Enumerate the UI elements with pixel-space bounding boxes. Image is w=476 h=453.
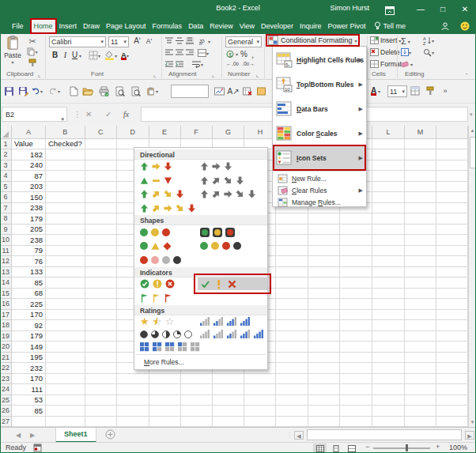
cell-L3[interactable] — [372, 160, 405, 171]
cell-L2[interactable] — [372, 149, 405, 160]
cell-A23[interactable]: 170 — [12, 373, 46, 384]
sheet-nav-right-icon[interactable]: ▶ — [30, 432, 35, 439]
cell-J22[interactable] — [308, 363, 340, 374]
cell-N25[interactable] — [436, 394, 467, 406]
tab-power-pivot[interactable]: Power Pivot — [325, 18, 369, 34]
cell-C20[interactable] — [85, 342, 116, 353]
cell-C24[interactable] — [85, 384, 116, 395]
cell-N11[interactable] — [436, 245, 467, 256]
cell-E26[interactable] — [149, 406, 180, 417]
close-button[interactable]: ✕ — [454, 0, 476, 18]
zoom-slider-track[interactable] — [373, 447, 430, 449]
tab-file[interactable]: File — [5, 18, 31, 34]
number-dialog-launcher[interactable]: ⌞ — [256, 71, 259, 78]
font-color-icon[interactable]: A▾ — [121, 51, 129, 60]
collapse-ribbon-icon[interactable]: ˆ — [466, 72, 468, 79]
cell-B6[interactable] — [45, 192, 85, 203]
cell-J25[interactable] — [308, 394, 340, 406]
cell-L8[interactable] — [372, 213, 405, 225]
cell-L18[interactable] — [372, 320, 405, 331]
cell-J27[interactable] — [308, 416, 340, 427]
cell-L24[interactable] — [372, 384, 405, 395]
cell-N9[interactable] — [436, 224, 467, 235]
cell-M3[interactable] — [404, 160, 436, 171]
cell-L9[interactable] — [372, 224, 405, 235]
cell-I10[interactable] — [276, 235, 308, 246]
cell-K19[interactable] — [340, 330, 372, 342]
column-header-G[interactable]: G — [212, 126, 244, 138]
format-painter-icon[interactable] — [27, 59, 38, 67]
conditional-formatting-button[interactable]: Conditional Formatting ▾ — [268, 35, 357, 46]
cell-A12[interactable]: 76 — [12, 256, 46, 267]
align-left-icon[interactable] — [165, 49, 173, 56]
decrease-indent-icon[interactable] — [165, 61, 173, 68]
share-icon[interactable] — [436, 18, 454, 34]
cell-E27[interactable] — [149, 416, 180, 427]
cell-J23[interactable] — [308, 373, 340, 384]
cell-I26[interactable] — [276, 406, 308, 417]
cell-B7[interactable] — [45, 202, 85, 213]
cell-C9[interactable] — [85, 224, 116, 235]
cell-N4[interactable] — [436, 171, 467, 182]
cell-I16[interactable] — [276, 299, 308, 310]
cell-I23[interactable] — [276, 373, 308, 384]
cell-F23[interactable] — [180, 373, 212, 384]
cell-M13[interactable] — [404, 266, 436, 277]
cell-M2[interactable] — [404, 149, 436, 160]
cell-L23[interactable] — [372, 373, 405, 384]
row-header-21[interactable]: 21 — [0, 352, 12, 363]
menu-item-new-rule-[interactable]: New Rule... — [273, 172, 366, 184]
clipboard-dialog-launcher[interactable]: ⌞ — [38, 71, 41, 78]
icon-set-3-arrows-gray[interactable] — [198, 160, 267, 173]
cell-B1[interactable]: Checked? — [45, 138, 85, 149]
qat-grow-font-icon[interactable]: A↗ — [228, 85, 239, 96]
cell-L4[interactable] — [372, 171, 405, 182]
cell-H25[interactable] — [244, 394, 276, 406]
cell-B17[interactable] — [45, 309, 85, 320]
cell-C22[interactable] — [85, 363, 116, 374]
tab-review[interactable]: Review — [206, 18, 236, 34]
cell-N26[interactable] — [436, 406, 467, 417]
cell-B3[interactable] — [45, 160, 85, 171]
icon-set-3-traffic-lights-unrimmed[interactable] — [138, 226, 196, 239]
icon-set-5-arrows-gray[interactable] — [198, 188, 267, 201]
row-header-5[interactable]: 5 — [0, 181, 12, 192]
menu-item-data-bars[interactable]: Data Bars▶ — [273, 96, 366, 121]
row-header-4[interactable]: 4 — [0, 171, 12, 182]
cell-B21[interactable] — [45, 352, 85, 363]
tab-scrollbar-divider[interactable]: ⋮ — [286, 432, 293, 439]
cell-K17[interactable] — [340, 309, 372, 320]
qat-open-icon[interactable] — [82, 85, 93, 96]
cell-A1[interactable]: Value — [12, 138, 46, 149]
icon-set-5-boxes[interactable] — [138, 341, 199, 353]
middle-align-icon[interactable] — [176, 37, 183, 44]
zoom-out-icon[interactable]: − — [365, 443, 369, 451]
qat-empty-combo[interactable] — [171, 85, 209, 98]
cell-L11[interactable] — [372, 245, 405, 256]
cell-N6[interactable] — [436, 192, 467, 203]
shrink-font-icon[interactable]: Aʹ — [144, 37, 154, 45]
cell-B22[interactable] — [45, 363, 85, 374]
cell-N17[interactable] — [436, 309, 467, 320]
sheet-nav-left-icon[interactable]: ◀ — [16, 432, 21, 439]
cell-B23[interactable] — [45, 373, 85, 384]
cell-E23[interactable] — [149, 373, 180, 384]
clear-icon[interactable]: ▾ — [401, 60, 413, 68]
cell-M25[interactable] — [404, 394, 436, 406]
cell-I27[interactable] — [276, 416, 308, 427]
icon-set-3-signs[interactable] — [138, 240, 196, 252]
qat-undo-icon[interactable]: ▾ — [32, 85, 43, 96]
comma-style-icon[interactable]: , — [251, 50, 254, 59]
icon-set-3-triangles[interactable] — [138, 174, 196, 187]
cell-A6[interactable]: 150 — [12, 192, 46, 203]
cell-K15[interactable] — [340, 288, 372, 299]
cell-A16[interactable]: 225 — [12, 299, 46, 310]
scroll-right-icon[interactable]: ▶ — [465, 431, 474, 440]
qat-quick-print-icon[interactable] — [98, 85, 109, 96]
cell-B11[interactable] — [45, 245, 85, 256]
cell-N7[interactable] — [436, 202, 467, 213]
cell-K27[interactable] — [340, 416, 372, 427]
cell-N23[interactable] — [436, 373, 467, 384]
cell-B19[interactable] — [45, 330, 85, 342]
cell-L5[interactable] — [372, 181, 405, 192]
